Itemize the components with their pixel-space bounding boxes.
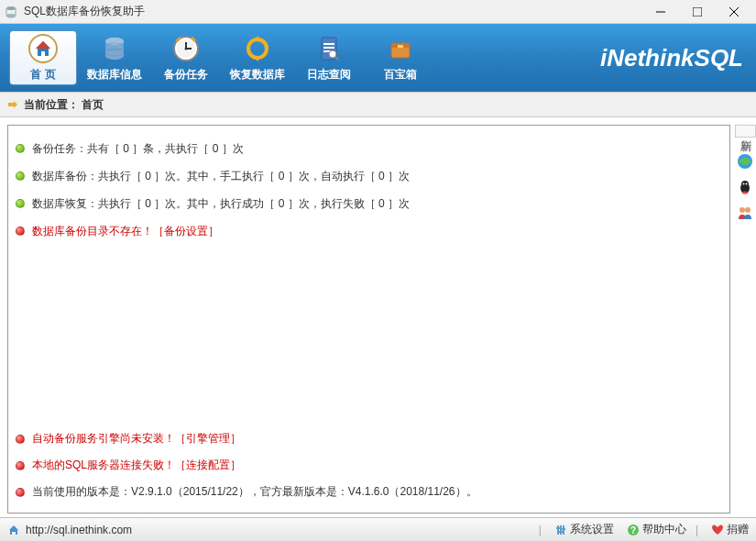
home-icon <box>7 524 20 536</box>
refresh-button[interactable]: 刷新 <box>735 125 756 138</box>
document-icon <box>314 34 344 63</box>
svg-rect-18 <box>323 47 334 49</box>
green-dot-icon <box>16 199 25 208</box>
svg-point-32 <box>745 207 751 213</box>
svg-rect-3 <box>693 7 702 17</box>
refresh-icon <box>243 34 272 63</box>
svg-point-1 <box>6 14 16 17</box>
main-area: 备份任务：共有［ 0 ］条，共执行［ 0 ］次 数据库备份：共执行［ 0 ］次。… <box>0 117 756 517</box>
svg-point-28 <box>743 183 745 185</box>
status-row: 本地的SQL服务器连接失败！［连接配置］ <box>16 452 722 479</box>
svg-point-30 <box>742 192 748 194</box>
help-center-link[interactable]: ?帮助中心 <box>627 522 686 537</box>
svg-rect-38 <box>562 528 565 530</box>
home-icon <box>28 34 58 63</box>
red-dot-icon <box>16 461 25 470</box>
status-row: 数据库备份：共执行［ 0 ］次。其中，手工执行［ 0 ］次，自动执行［ 0 ］次 <box>16 162 722 190</box>
svg-rect-36 <box>556 527 560 529</box>
url-text[interactable]: http://sql.inethink.com <box>26 524 539 536</box>
status-row: 当前使用的版本是：V2.9.1.0（2015/11/22），官方最新版本是：V4… <box>16 479 722 505</box>
database-icon <box>100 34 129 63</box>
hand-icon <box>5 97 20 112</box>
breadcrumb-label: 当前位置： <box>24 97 79 113</box>
window-title: SQL数据库备份恢复助手 <box>24 4 642 19</box>
svg-rect-33 <box>557 525 559 535</box>
qq-icon[interactable] <box>737 179 753 195</box>
toolbar-backup-task[interactable]: 备份任务 <box>152 30 220 85</box>
statusbar: http://sql.inethink.com | 系统设置 ?帮助中心 | 捐… <box>0 517 756 541</box>
people-icon[interactable] <box>737 204 753 221</box>
engine-manage-link[interactable]: ［引擎管理］ <box>175 432 241 445</box>
box-icon <box>386 34 415 63</box>
system-settings-link[interactable]: 系统设置 <box>554 522 614 537</box>
content-pane: 备份任务：共有［ 0 ］条，共执行［ 0 ］次 数据库备份：共执行［ 0 ］次。… <box>7 125 730 513</box>
status-row: 自动备份服务引擎尚未安装！［引擎管理］ <box>16 425 722 452</box>
status-row: 数据库备份目录不存在！［备份设置］ <box>16 217 722 245</box>
svg-point-20 <box>329 50 336 58</box>
red-dot-icon <box>16 435 25 444</box>
side-strip: 刷新 <box>734 117 756 517</box>
backup-settings-link[interactable]: ［备份设置］ <box>153 225 219 237</box>
svg-point-8 <box>105 38 124 45</box>
globe-icon[interactable] <box>737 153 753 170</box>
status-row: 备份任务：共有［ 0 ］条，共执行［ 0 ］次 <box>16 135 722 162</box>
breadcrumb: 当前位置： 首页 <box>0 92 756 117</box>
green-dot-icon <box>16 144 25 153</box>
red-dot-icon <box>16 488 25 497</box>
close-button[interactable] <box>716 0 752 24</box>
svg-point-29 <box>746 183 748 185</box>
breadcrumb-page: 首页 <box>82 97 104 113</box>
svg-point-27 <box>741 181 749 188</box>
conn-config-link[interactable]: ［连接配置］ <box>175 458 241 471</box>
toolbar-dbinfo[interactable]: 数据库信息 <box>81 30 148 85</box>
svg-rect-37 <box>559 531 563 533</box>
clock-icon <box>171 34 201 63</box>
maximize-button[interactable] <box>679 0 716 24</box>
toolbar: 首 页 数据库信息 备份任务 恢复数据库 日志查阅 百宝箱 iNethinkSQ… <box>0 24 756 92</box>
svg-point-0 <box>6 6 16 10</box>
toolbar-log[interactable]: 日志查阅 <box>295 30 363 85</box>
donate-link[interactable]: 捐赠 <box>711 522 749 537</box>
red-dot-icon <box>16 226 25 236</box>
svg-text:?: ? <box>630 525 636 535</box>
svg-point-15 <box>185 47 188 50</box>
svg-rect-34 <box>560 525 562 535</box>
toolbar-restore[interactable]: 恢复数据库 <box>224 30 291 85</box>
green-dot-icon <box>16 171 25 181</box>
svg-rect-24 <box>398 45 403 48</box>
brand-logo: iNethinkSQL <box>436 44 756 72</box>
toolbar-home[interactable]: 首 页 <box>9 30 77 85</box>
app-icon <box>4 5 18 19</box>
svg-rect-17 <box>323 43 334 45</box>
toolbar-toolbox[interactable]: 百宝箱 <box>367 30 434 85</box>
minimize-button[interactable] <box>642 0 679 24</box>
status-row: 数据库恢复：共执行［ 0 ］次。其中，执行成功［ 0 ］次，执行失败［ 0 ］次 <box>16 190 722 217</box>
titlebar: SQL数据库备份恢复助手 <box>0 0 756 24</box>
svg-point-31 <box>740 207 745 213</box>
